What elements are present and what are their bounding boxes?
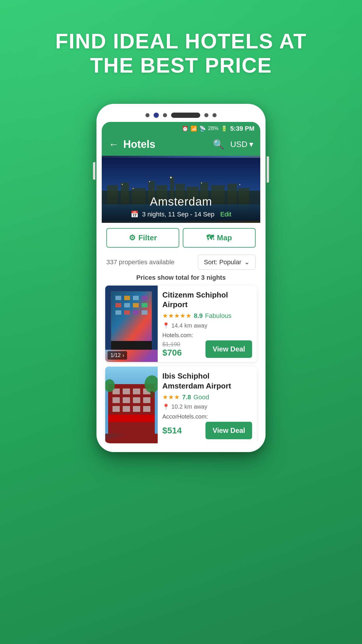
svg-rect-40 — [123, 388, 130, 394]
svg-rect-29 — [124, 303, 130, 307]
currency-selector[interactable]: USD ▾ — [230, 139, 253, 149]
svg-rect-36 — [111, 341, 152, 350]
provider-2: AccorHotels.com: — [162, 413, 252, 420]
distance-text-2: 10.2 km away — [171, 403, 207, 410]
filter-icon: ⚙ — [129, 233, 136, 242]
svg-rect-24 — [115, 296, 121, 300]
power-button — [267, 156, 269, 183]
rating-score-2: 7.8 — [182, 393, 191, 401]
rating-row-1: ★★★★★ 8.9 Fabulous — [162, 312, 252, 320]
filter-button[interactable]: ⚙ Filter — [106, 228, 179, 248]
svg-rect-35 — [142, 310, 147, 315]
price-notice: Prices show total for 3 nights — [102, 274, 260, 286]
hotel-info-2: Ibis Schiphol Amsterdam Airport ★★★ 7.8 … — [158, 367, 257, 443]
hotel-card-2: Ibis Schiphol Amsterdam Airport ★★★ 7.8 … — [105, 367, 257, 443]
rating-label-1: Fabulous — [205, 312, 232, 320]
alarm-icon: ⏰ — [182, 125, 188, 132]
svg-point-20 — [239, 184, 240, 185]
svg-rect-50 — [143, 406, 150, 412]
battery-text: 28% — [208, 125, 219, 132]
svg-rect-31 — [142, 303, 147, 307]
rating-score-1: 8.9 — [194, 312, 203, 320]
svg-point-15 — [122, 184, 123, 185]
headline-section: FIND IDEAL HOTELS AT THE BEST PRICE — [32, 29, 330, 78]
headline-line1: FIND IDEAL HOTELS AT — [55, 29, 307, 53]
chevron-right-icon: › — [122, 352, 124, 358]
back-button[interactable]: ← — [109, 139, 119, 150]
svg-rect-25 — [124, 296, 130, 300]
svg-rect-27 — [142, 296, 147, 300]
properties-count: 337 properties available — [106, 258, 175, 266]
svg-rect-51 — [108, 415, 155, 422]
wifi-icon: 📶 — [191, 125, 197, 132]
image-counter-1: 1/12 › — [108, 351, 127, 360]
hotel2-svg — [105, 367, 158, 434]
headline-line2: THE BEST PRICE — [90, 54, 272, 77]
phone-mockup: ⏰ 📶 📡 28% 🔋 5:39 PM ← Hotels 🔍 USD — [96, 104, 266, 452]
hotel-info-1: Citizenm Schiphol Airport ★★★★★ 8.9 Fabu… — [158, 286, 257, 362]
distance-text-1: 14.4 km away — [171, 322, 207, 329]
signal-icon: 📡 — [199, 125, 206, 132]
svg-rect-26 — [133, 296, 139, 300]
dot-2 — [163, 113, 167, 117]
price-group-1: $1,190 $706 — [162, 341, 182, 358]
city-overlay: Amsterdam 📅 3 nights, 11 Sep - 14 Sep Ed… — [102, 190, 260, 223]
battery-icon: 🔋 — [221, 125, 227, 132]
svg-point-16 — [133, 188, 134, 189]
page-title: Hotels — [123, 138, 155, 150]
svg-rect-34 — [133, 310, 139, 315]
hotel-photo-1 — [105, 286, 158, 362]
rating-label-2: Good — [194, 393, 209, 401]
search-icon[interactable]: 🔍 — [213, 139, 224, 150]
svg-point-18 — [170, 176, 172, 178]
sort-chevron-icon: ⌄ — [244, 258, 249, 266]
svg-rect-53 — [150, 391, 153, 397]
map-label: Map — [217, 233, 232, 242]
price-row-1: $1,190 $706 View Deal — [162, 340, 252, 358]
hotel-image-2 — [105, 367, 158, 443]
stars-2: ★★★ — [162, 393, 180, 401]
map-button[interactable]: 🗺 Map — [183, 228, 256, 248]
svg-rect-41 — [133, 388, 140, 394]
svg-rect-32 — [115, 310, 121, 315]
rating-row-2: ★★★ 7.8 Good — [162, 393, 252, 401]
dot-4 — [212, 113, 217, 117]
calendar-icon: 📅 — [131, 211, 138, 218]
chevron-down-icon: ▾ — [249, 139, 253, 149]
header-right: 🔍 USD ▾ — [213, 139, 253, 150]
phone-frame: ⏰ 📶 📡 28% 🔋 5:39 PM ← Hotels 🔍 USD — [96, 104, 266, 452]
sort-row: 337 properties available Sort: Popular ⌄ — [102, 253, 260, 274]
discounted-price-2: $514 — [162, 426, 182, 435]
currency-label: USD — [230, 140, 247, 149]
svg-rect-45 — [133, 397, 140, 403]
svg-rect-47 — [113, 406, 120, 412]
headline-text: FIND IDEAL HOTELS AT THE BEST PRICE — [55, 29, 307, 78]
svg-rect-48 — [123, 406, 130, 412]
camera-dot-active — [154, 113, 159, 118]
svg-rect-43 — [113, 397, 120, 403]
location-icon-1: 📍 — [162, 322, 170, 329]
stars-1: ★★★★★ — [162, 312, 191, 320]
view-deal-button-1[interactable]: View Deal — [205, 340, 252, 358]
svg-rect-33 — [124, 310, 130, 315]
map-icon: 🗺 — [206, 233, 214, 242]
location-icon-2: 📍 — [162, 403, 170, 410]
hotel-name-2: Ibis Schiphol Amsterdam Airport — [162, 371, 252, 391]
sort-button[interactable]: Sort: Popular ⌄ — [198, 255, 256, 270]
view-deal-button-2[interactable]: View Deal — [205, 422, 252, 439]
distance-row-1: 📍 14.4 km away — [162, 322, 252, 329]
hotel-name-1: Citizenm Schiphol Airport — [162, 290, 252, 310]
svg-point-19 — [201, 182, 202, 183]
phone-screen: ⏰ 📶 📡 28% 🔋 5:39 PM ← Hotels 🔍 USD — [102, 122, 260, 443]
edit-link[interactable]: Edit — [220, 211, 231, 218]
status-icons: ⏰ 📶 📡 28% 🔋 — [182, 125, 227, 132]
action-buttons: ⚙ Filter 🗺 Map — [102, 223, 260, 253]
original-price-1: $1,190 — [162, 341, 182, 348]
date-text: 3 nights, 11 Sep - 14 Sep — [142, 211, 214, 218]
svg-rect-49 — [133, 406, 140, 412]
camera-dot — [145, 113, 150, 117]
counter-text-1: 1/12 — [110, 352, 121, 358]
price-group-2: $514 — [162, 426, 182, 435]
header-left: ← Hotels — [109, 138, 155, 150]
date-row: 📅 3 nights, 11 Sep - 14 Sep Edit — [106, 211, 256, 218]
